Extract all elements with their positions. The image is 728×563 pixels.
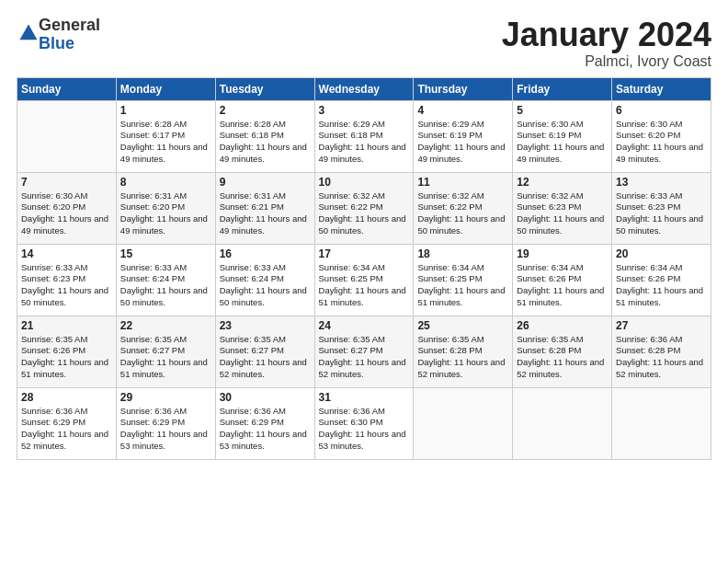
day-number: 17 — [319, 247, 410, 260]
day-number: 26 — [517, 319, 608, 332]
day-number: 6 — [616, 104, 707, 117]
cell-info: Sunrise: 6:30 AMSunset: 6:19 PMDaylight:… — [517, 119, 608, 166]
cell-3-7: 20Sunrise: 6:34 AMSunset: 6:26 PMDayligh… — [612, 244, 711, 316]
cell-1-3: 2Sunrise: 6:28 AMSunset: 6:18 PMDaylight… — [215, 100, 314, 172]
cell-4-4: 24Sunrise: 6:35 AMSunset: 6:27 PMDayligh… — [314, 316, 414, 387]
day-number: 9 — [220, 176, 311, 189]
cell-5-2: 29Sunrise: 6:36 AMSunset: 6:29 PMDayligh… — [116, 387, 215, 459]
cell-info: Sunrise: 6:35 AMSunset: 6:26 PMDaylight:… — [21, 334, 112, 381]
cell-3-5: 18Sunrise: 6:34 AMSunset: 6:25 PMDayligh… — [414, 244, 513, 316]
cell-info: Sunrise: 6:29 AMSunset: 6:18 PMDaylight:… — [319, 119, 410, 166]
col-wednesday: Wednesday — [314, 77, 414, 100]
cell-info: Sunrise: 6:28 AMSunset: 6:18 PMDaylight:… — [220, 119, 311, 166]
cell-info: Sunrise: 6:34 AMSunset: 6:26 PMDaylight:… — [517, 262, 608, 309]
cell-2-5: 11Sunrise: 6:32 AMSunset: 6:22 PMDayligh… — [414, 172, 513, 244]
cell-info: Sunrise: 6:35 AMSunset: 6:28 PMDaylight:… — [417, 334, 508, 381]
day-number: 21 — [21, 319, 112, 332]
cell-info: Sunrise: 6:29 AMSunset: 6:19 PMDaylight:… — [417, 119, 508, 166]
cell-2-6: 12Sunrise: 6:32 AMSunset: 6:23 PMDayligh… — [513, 172, 612, 244]
col-monday: Monday — [116, 77, 215, 100]
cell-5-5 — [414, 387, 513, 459]
day-number: 12 — [517, 176, 608, 189]
svg-marker-0 — [19, 24, 37, 40]
cell-2-4: 10Sunrise: 6:32 AMSunset: 6:22 PMDayligh… — [314, 172, 414, 244]
day-number: 20 — [616, 247, 707, 260]
day-number: 15 — [120, 247, 211, 260]
logo-general-text: General — [39, 16, 100, 34]
col-thursday: Thursday — [414, 77, 513, 100]
cell-info: Sunrise: 6:33 AMSunset: 6:23 PMDaylight:… — [616, 190, 707, 237]
cell-info: Sunrise: 6:36 AMSunset: 6:29 PMDaylight:… — [21, 406, 112, 453]
col-friday: Friday — [513, 77, 612, 100]
day-number: 2 — [220, 104, 311, 117]
day-number: 5 — [517, 104, 608, 117]
cell-info: Sunrise: 6:32 AMSunset: 6:22 PMDaylight:… — [417, 190, 508, 237]
day-number: 18 — [417, 247, 508, 260]
cell-info: Sunrise: 6:35 AMSunset: 6:27 PMDaylight:… — [120, 334, 211, 381]
page: General Blue January 2024 Palmci, Ivory … — [0, 0, 728, 563]
week-row-1: 1Sunrise: 6:28 AMSunset: 6:17 PMDaylight… — [17, 100, 711, 172]
cell-info: Sunrise: 6:33 AMSunset: 6:24 PMDaylight:… — [220, 262, 311, 309]
cell-4-6: 26Sunrise: 6:35 AMSunset: 6:28 PMDayligh… — [513, 316, 612, 387]
cell-info: Sunrise: 6:33 AMSunset: 6:24 PMDaylight:… — [120, 262, 211, 309]
cell-3-6: 19Sunrise: 6:34 AMSunset: 6:26 PMDayligh… — [513, 244, 612, 316]
cell-5-1: 28Sunrise: 6:36 AMSunset: 6:29 PMDayligh… — [17, 387, 117, 459]
cell-info: Sunrise: 6:32 AMSunset: 6:22 PMDaylight:… — [319, 190, 410, 237]
cell-1-7: 6Sunrise: 6:30 AMSunset: 6:20 PMDaylight… — [612, 100, 711, 172]
cell-2-3: 9Sunrise: 6:31 AMSunset: 6:21 PMDaylight… — [215, 172, 314, 244]
cell-4-3: 23Sunrise: 6:35 AMSunset: 6:27 PMDayligh… — [215, 316, 314, 387]
cell-5-3: 30Sunrise: 6:36 AMSunset: 6:29 PMDayligh… — [215, 387, 314, 459]
day-number: 23 — [220, 319, 311, 332]
day-number: 14 — [21, 247, 112, 260]
day-number: 16 — [220, 247, 311, 260]
logo-blue-text: Blue — [39, 34, 74, 52]
col-tuesday: Tuesday — [215, 77, 314, 100]
cell-1-1 — [17, 100, 117, 172]
cell-3-4: 17Sunrise: 6:34 AMSunset: 6:25 PMDayligh… — [314, 244, 414, 316]
week-row-5: 28Sunrise: 6:36 AMSunset: 6:29 PMDayligh… — [17, 387, 711, 459]
calendar-subtitle: Palmci, Ivory Coast — [502, 53, 711, 70]
day-number: 3 — [319, 104, 410, 117]
cell-1-6: 5Sunrise: 6:30 AMSunset: 6:19 PMDaylight… — [513, 100, 612, 172]
day-number: 30 — [220, 391, 311, 404]
cell-info: Sunrise: 6:34 AMSunset: 6:25 PMDaylight:… — [417, 262, 508, 309]
cell-info: Sunrise: 6:36 AMSunset: 6:28 PMDaylight:… — [616, 334, 707, 381]
cell-info: Sunrise: 6:30 AMSunset: 6:20 PMDaylight:… — [616, 119, 707, 166]
cell-info: Sunrise: 6:30 AMSunset: 6:20 PMDaylight:… — [21, 190, 112, 237]
cell-info: Sunrise: 6:36 AMSunset: 6:29 PMDaylight:… — [120, 406, 211, 453]
cell-info: Sunrise: 6:31 AMSunset: 6:20 PMDaylight:… — [120, 190, 211, 237]
cell-info: Sunrise: 6:36 AMSunset: 6:29 PMDaylight:… — [220, 406, 311, 453]
cell-3-3: 16Sunrise: 6:33 AMSunset: 6:24 PMDayligh… — [215, 244, 314, 316]
cell-info: Sunrise: 6:34 AMSunset: 6:25 PMDaylight:… — [319, 262, 410, 309]
cell-2-1: 7Sunrise: 6:30 AMSunset: 6:20 PMDaylight… — [17, 172, 117, 244]
header-row: Sunday Monday Tuesday Wednesday Thursday… — [17, 77, 711, 100]
cell-info: Sunrise: 6:35 AMSunset: 6:27 PMDaylight:… — [220, 334, 311, 381]
day-number: 13 — [616, 176, 707, 189]
title-block: January 2024 Palmci, Ivory Coast — [502, 17, 711, 70]
cell-2-2: 8Sunrise: 6:31 AMSunset: 6:20 PMDaylight… — [116, 172, 215, 244]
cell-info: Sunrise: 6:33 AMSunset: 6:23 PMDaylight:… — [21, 262, 112, 309]
cell-5-6 — [513, 387, 612, 459]
day-number: 10 — [319, 176, 410, 189]
cell-info: Sunrise: 6:35 AMSunset: 6:28 PMDaylight:… — [517, 334, 608, 381]
cell-info: Sunrise: 6:34 AMSunset: 6:26 PMDaylight:… — [616, 262, 707, 309]
day-number: 7 — [21, 176, 112, 189]
day-number: 1 — [120, 104, 211, 117]
cell-info: Sunrise: 6:28 AMSunset: 6:17 PMDaylight:… — [120, 119, 211, 166]
day-number: 11 — [417, 176, 508, 189]
cell-info: Sunrise: 6:35 AMSunset: 6:27 PMDaylight:… — [319, 334, 410, 381]
calendar-table: Sunday Monday Tuesday Wednesday Thursday… — [17, 77, 711, 460]
cell-1-2: 1Sunrise: 6:28 AMSunset: 6:17 PMDaylight… — [116, 100, 215, 172]
cell-4-7: 27Sunrise: 6:36 AMSunset: 6:28 PMDayligh… — [612, 316, 711, 387]
header: General Blue January 2024 Palmci, Ivory … — [17, 17, 711, 70]
cell-5-4: 31Sunrise: 6:36 AMSunset: 6:30 PMDayligh… — [314, 387, 414, 459]
day-number: 22 — [120, 319, 211, 332]
col-sunday: Sunday — [17, 77, 117, 100]
logo-icon — [18, 23, 39, 43]
day-number: 28 — [21, 391, 112, 404]
cell-info: Sunrise: 6:31 AMSunset: 6:21 PMDaylight:… — [220, 190, 311, 237]
day-number: 31 — [319, 391, 410, 404]
cell-4-2: 22Sunrise: 6:35 AMSunset: 6:27 PMDayligh… — [116, 316, 215, 387]
cell-1-5: 4Sunrise: 6:29 AMSunset: 6:19 PMDaylight… — [414, 100, 513, 172]
cell-3-2: 15Sunrise: 6:33 AMSunset: 6:24 PMDayligh… — [116, 244, 215, 316]
